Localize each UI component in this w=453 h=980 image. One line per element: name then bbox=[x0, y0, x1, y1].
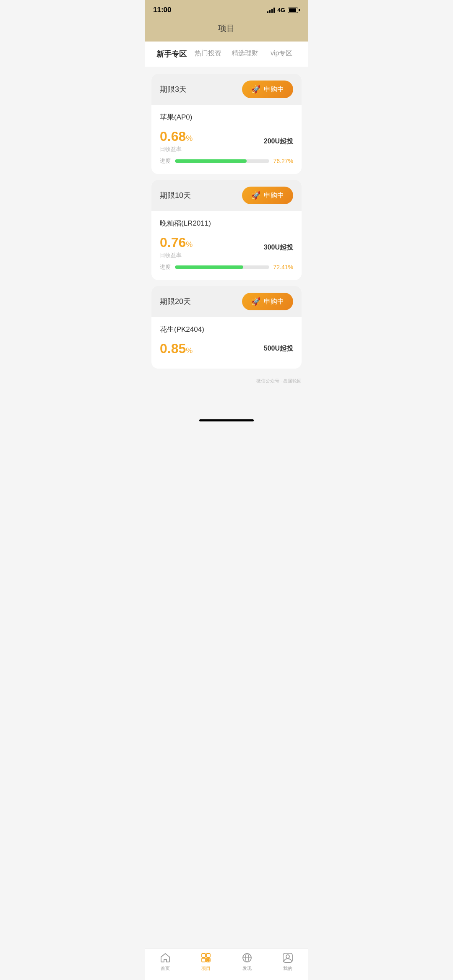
card-2-progress-fill bbox=[175, 265, 243, 269]
card-1-rate-section: 0.68% 日收益率 bbox=[160, 130, 193, 153]
tab-selected[interactable]: 精选理财 bbox=[226, 47, 263, 61]
card-1-progress-pct: 76.27% bbox=[273, 158, 293, 164]
card-1-body: 苹果(AP0) 0.68% 日收益率 200U起投 进度 76.27% bbox=[151, 105, 302, 174]
rocket-icon-2: 🚀 bbox=[251, 191, 260, 200]
card-1-header: 期限3天 🚀 申购中 bbox=[151, 74, 302, 105]
card-3-btn-label: 申购中 bbox=[264, 297, 284, 306]
card-2-btn-label: 申购中 bbox=[264, 191, 284, 200]
card-2-period: 期限10天 bbox=[160, 190, 191, 200]
card-1-progress-track bbox=[175, 159, 269, 163]
watermark: 微信公众号 · 盘届轮回 bbox=[145, 375, 308, 418]
card-1-product-name: 苹果(AP0) bbox=[160, 112, 293, 122]
card-1: 期限3天 🚀 申购中 苹果(AP0) 0.68% 日收益率 200U起投 进度 bbox=[151, 74, 302, 174]
tab-hot[interactable]: 热门投资 bbox=[190, 47, 227, 61]
tab-vip[interactable]: vip专区 bbox=[263, 47, 300, 61]
card-1-min-invest: 200U起投 bbox=[264, 137, 293, 146]
card-3-rate-section: 0.85% bbox=[160, 342, 193, 355]
card-2-body: 晚籼稻(LR2011) 0.76% 日收益率 300U起投 进度 72.41% bbox=[151, 211, 302, 280]
card-1-progress-label: 进度 bbox=[160, 157, 171, 165]
rocket-icon-1: 🚀 bbox=[251, 85, 260, 94]
battery-icon bbox=[288, 8, 300, 13]
card-1-subscribe-btn[interactable]: 🚀 申购中 bbox=[242, 81, 293, 98]
card-1-btn-label: 申购中 bbox=[264, 85, 284, 94]
card-3-body: 花生(PK2404) 0.85% 500U起投 bbox=[151, 317, 302, 369]
card-3-rate-value: 0.85% bbox=[160, 342, 193, 355]
card-3-header: 期限20天 🚀 申购中 bbox=[151, 286, 302, 317]
home-indicator bbox=[199, 419, 254, 421]
card-2-progress-pct: 72.41% bbox=[273, 264, 293, 270]
card-2-progress-row: 进度 72.41% bbox=[160, 263, 293, 271]
card-3-stats: 0.85% 500U起投 bbox=[160, 342, 293, 355]
tab-newbie[interactable]: 新手专区 bbox=[153, 47, 190, 61]
status-icons: 4G bbox=[267, 7, 300, 13]
card-2-min-invest: 300U起投 bbox=[264, 243, 293, 252]
page-header: 项目 bbox=[145, 18, 308, 42]
card-2-rate-section: 0.76% 日收益率 bbox=[160, 236, 193, 259]
card-2-rate-value: 0.76% bbox=[160, 236, 193, 249]
tab-bar: 新手专区 热门投资 精选理财 vip专区 bbox=[145, 42, 308, 67]
card-3-min-invest: 500U起投 bbox=[264, 344, 293, 353]
card-1-stats: 0.68% 日收益率 200U起投 bbox=[160, 130, 293, 153]
card-2-rate-label: 日收益率 bbox=[160, 252, 193, 259]
main-content: 期限3天 🚀 申购中 苹果(AP0) 0.68% 日收益率 200U起投 进度 bbox=[145, 67, 308, 375]
card-1-progress-fill bbox=[175, 159, 247, 163]
status-bar: 11:00 4G bbox=[145, 0, 308, 18]
signal-icon bbox=[267, 7, 275, 13]
card-2: 期限10天 🚀 申购中 晚籼稻(LR2011) 0.76% 日收益率 300U起… bbox=[151, 180, 302, 280]
card-2-progress-track bbox=[175, 265, 269, 269]
card-2-header: 期限10天 🚀 申购中 bbox=[151, 180, 302, 211]
card-2-subscribe-btn[interactable]: 🚀 申购中 bbox=[242, 187, 293, 204]
card-3-period: 期限20天 bbox=[160, 296, 191, 307]
status-time: 11:00 bbox=[153, 6, 171, 14]
card-3-subscribe-btn[interactable]: 🚀 申购中 bbox=[242, 293, 293, 310]
card-1-period: 期限3天 bbox=[160, 84, 187, 94]
page-title: 项目 bbox=[218, 23, 235, 33]
card-1-rate-value: 0.68% bbox=[160, 130, 193, 143]
rocket-icon-3: 🚀 bbox=[251, 297, 260, 306]
card-2-stats: 0.76% 日收益率 300U起投 bbox=[160, 236, 293, 259]
card-1-rate-label: 日收益率 bbox=[160, 146, 193, 153]
card-3-product-name: 花生(PK2404) bbox=[160, 325, 293, 334]
card-3: 期限20天 🚀 申购中 花生(PK2404) 0.85% 500U起投 bbox=[151, 286, 302, 369]
network-label: 4G bbox=[277, 7, 285, 13]
card-1-progress-row: 进度 76.27% bbox=[160, 157, 293, 165]
card-2-product-name: 晚籼稻(LR2011) bbox=[160, 218, 293, 228]
card-2-progress-label: 进度 bbox=[160, 263, 171, 271]
